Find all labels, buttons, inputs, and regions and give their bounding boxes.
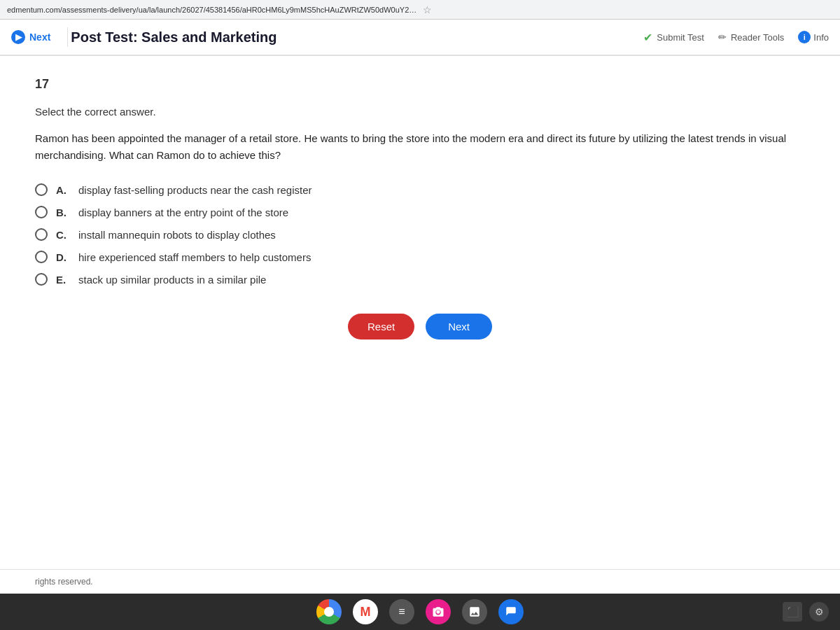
question-text: Ramon has been appointed the manager of … — [35, 130, 805, 164]
taskbar: M ≡ ⬛ ⚙ — [0, 594, 840, 630]
gmail-icon[interactable]: M — [353, 599, 378, 624]
notes-icon[interactable] — [498, 599, 524, 624]
main-content: 17 Select the correct answer. Ramon has … — [0, 56, 840, 594]
option-a-letter: A. — [56, 184, 70, 196]
taskbar-right-icons: ⬛ ⚙ — [783, 602, 829, 622]
answer-options: A. display fast-selling products near th… — [35, 183, 805, 286]
option-c[interactable]: C. install mannequin robots to display c… — [35, 228, 805, 241]
radio-a[interactable] — [35, 183, 48, 196]
option-d[interactable]: D. hire experienced staff members to hel… — [35, 251, 805, 263]
buttons-row: Reset Next — [35, 314, 805, 340]
next-arrow-icon: ▶ — [11, 30, 25, 44]
pencil-icon: ✏ — [718, 31, 727, 43]
page-title: Post Test: Sales and Marketing — [71, 29, 643, 46]
submit-test-label: Submit Test — [657, 32, 704, 43]
next-button[interactable]: Next — [426, 314, 492, 340]
footer: rights reserved. — [0, 569, 840, 594]
option-d-letter: D. — [56, 251, 70, 263]
radio-d[interactable] — [35, 251, 48, 263]
option-e[interactable]: E. stack up similar products in a simila… — [35, 273, 805, 286]
bookmark-icon[interactable]: ☆ — [423, 4, 833, 15]
files-icon[interactable]: ≡ — [389, 599, 414, 624]
gallery-icon[interactable] — [462, 599, 487, 624]
radio-e[interactable] — [35, 273, 48, 286]
option-b-letter: B. — [56, 206, 70, 218]
footer-text: rights reserved. — [35, 577, 93, 587]
reader-tools-label: Reader Tools — [731, 32, 784, 43]
url-bar: edmentum.com/assessments-delivery/ua/la/… — [0, 0, 840, 20]
option-c-letter: C. — [56, 229, 70, 241]
option-d-text: hire experienced staff members to help c… — [78, 251, 311, 263]
settings-taskbar-icon[interactable]: ⚙ — [809, 602, 829, 622]
nav-next-button[interactable]: ▶ Next — [11, 30, 50, 44]
option-e-letter: E. — [56, 274, 70, 286]
nav-actions: ✔ Submit Test ✏ Reader Tools i Info — [643, 31, 829, 44]
radio-b[interactable] — [35, 206, 48, 218]
info-label: Info — [813, 32, 829, 43]
url-text: edmentum.com/assessments-delivery/ua/la/… — [7, 6, 417, 14]
nav-next-label: Next — [29, 31, 50, 43]
reader-tools-button[interactable]: ✏ Reader Tools — [718, 31, 784, 43]
submit-test-button[interactable]: ✔ Submit Test — [643, 31, 704, 44]
info-button[interactable]: i Info — [798, 31, 829, 43]
nav-divider — [67, 27, 68, 47]
chrome-icon[interactable] — [316, 599, 342, 624]
top-nav: ▶ Next Post Test: Sales and Marketing ✔ … — [0, 20, 840, 56]
option-b[interactable]: B. display banners at the entry point of… — [35, 206, 805, 218]
option-a[interactable]: A. display fast-selling products near th… — [35, 183, 805, 196]
radio-c[interactable] — [35, 228, 48, 241]
screen-icon[interactable]: ⬛ — [783, 602, 802, 622]
question-instruction: Select the correct answer. — [35, 106, 805, 118]
camera-icon[interactable] — [426, 599, 451, 624]
info-circle-icon: i — [798, 31, 811, 43]
question-card: 17 Select the correct answer. Ramon has … — [0, 56, 840, 569]
option-e-text: stack up similar products in a similar p… — [78, 274, 266, 286]
check-icon: ✔ — [643, 31, 652, 44]
reset-button[interactable]: Reset — [348, 314, 414, 340]
option-a-text: display fast-selling products near the c… — [78, 184, 312, 196]
option-b-text: display banners at the entry point of th… — [78, 206, 288, 218]
option-c-text: install mannequin robots to display clot… — [78, 229, 276, 241]
svg-point-0 — [436, 610, 440, 613]
question-number: 17 — [35, 77, 805, 92]
